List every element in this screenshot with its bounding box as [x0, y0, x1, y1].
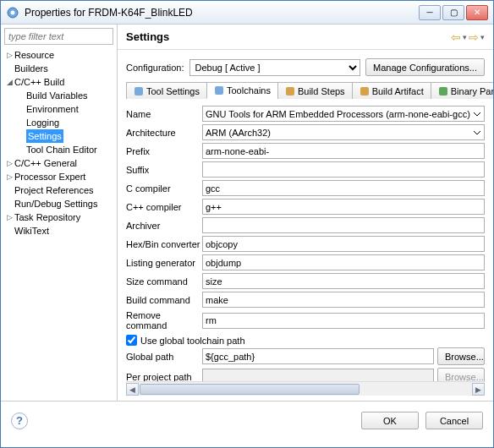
- scroll-right-icon[interactable]: ▶: [472, 383, 485, 396]
- browse-perproj-button: Browse...: [437, 368, 485, 381]
- name-label: Name: [126, 109, 202, 119]
- manage-configs-button[interactable]: Manage Configurations...: [365, 58, 485, 76]
- listing-label: Listing generator: [126, 258, 202, 268]
- titlebar: Properties for FRDM-K64F_BlinkLED ─ ▢ ✕: [1, 1, 493, 25]
- perproj-input: [202, 369, 434, 381]
- tab-label: Binary Parsers: [451, 86, 493, 96]
- tree-item[interactable]: Build Variables: [4, 89, 113, 102]
- tab-icon: [438, 86, 448, 96]
- build-input[interactable]: [202, 292, 485, 308]
- tree-item[interactable]: Tool Chain Editor: [4, 143, 113, 156]
- tree-item[interactable]: ▷C/C++ General: [4, 156, 113, 170]
- svg-rect-2: [134, 87, 143, 96]
- tree-item[interactable]: Environment: [4, 102, 113, 116]
- tab-bar: Tool SettingsToolchainsBuild StepsBuild …: [126, 81, 485, 99]
- build-label: Build command: [126, 295, 202, 305]
- svg-rect-3: [215, 86, 223, 95]
- tab-icon: [214, 85, 224, 96]
- app-icon: [6, 6, 19, 19]
- scroll-thumb[interactable]: [140, 384, 360, 395]
- ccompiler-input[interactable]: [202, 180, 485, 196]
- remove-label: Remove command: [126, 310, 202, 331]
- archiver-input[interactable]: [202, 217, 485, 233]
- arch-label: Architecture: [126, 128, 202, 138]
- cancel-button[interactable]: Cancel: [425, 412, 483, 429]
- svg-rect-5: [360, 87, 369, 96]
- size-label: Size command: [126, 276, 202, 287]
- cppcompiler-label: C++ compiler: [126, 202, 202, 212]
- cppcompiler-input[interactable]: [202, 199, 485, 215]
- hex-input[interactable]: [202, 236, 485, 252]
- tree-item[interactable]: WikiText: [4, 224, 113, 238]
- browse-global-button[interactable]: Browse...: [437, 347, 485, 365]
- prefix-input[interactable]: [202, 143, 485, 159]
- suffix-label: Suffix: [126, 165, 202, 175]
- tab-binary-parsers[interactable]: Binary Parsers: [431, 82, 493, 99]
- sidebar: ▷ResourceBuilders◢C/C++ BuildBuild Varia…: [1, 25, 118, 401]
- arch-select[interactable]: ARM (AArch32): [202, 124, 485, 140]
- tab-icon: [285, 86, 295, 96]
- nav-arrows[interactable]: ⇦ ▾ ⇨ ▾: [451, 30, 485, 44]
- tab-icon: [360, 86, 370, 96]
- listing-input[interactable]: [202, 254, 485, 270]
- global-input[interactable]: [202, 348, 434, 364]
- size-input[interactable]: [202, 273, 485, 289]
- tree-item[interactable]: ▷Resource: [4, 48, 113, 62]
- use-global-checkbox[interactable]: [126, 335, 137, 346]
- prefix-label: Prefix: [126, 146, 202, 156]
- svg-rect-6: [439, 87, 447, 96]
- help-icon[interactable]: ?: [11, 412, 28, 429]
- tab-build-steps[interactable]: Build Steps: [277, 82, 353, 99]
- tab-label: Build Steps: [298, 86, 345, 96]
- tree-item[interactable]: Builders: [4, 62, 113, 75]
- tree-item[interactable]: ▷Processor Expert: [4, 170, 113, 183]
- footer: ? OK Cancel: [1, 401, 493, 440]
- suffix-input[interactable]: [202, 161, 485, 178]
- page-title: Settings: [126, 30, 451, 43]
- tab-label: Build Artifact: [372, 86, 424, 96]
- perproj-label: Per project path: [126, 372, 202, 382]
- svg-point-1: [11, 10, 15, 14]
- close-button[interactable]: ✕: [466, 5, 488, 20]
- name-select[interactable]: GNU Tools for ARM Embedded Processors (a…: [202, 106, 485, 122]
- use-global-label: Use global toolchain path: [140, 336, 245, 346]
- minimize-button[interactable]: ─: [419, 5, 441, 20]
- svg-rect-4: [286, 87, 294, 96]
- global-label: Global path: [126, 352, 202, 362]
- config-select[interactable]: Debug [ Active ]: [189, 59, 361, 76]
- maximize-button[interactable]: ▢: [442, 5, 464, 20]
- tree-item[interactable]: Run/Debug Settings: [4, 197, 113, 210]
- tab-tool-settings[interactable]: Tool Settings: [126, 82, 207, 99]
- filter-input[interactable]: [4, 28, 113, 45]
- tab-build-artifact[interactable]: Build Artifact: [352, 82, 431, 99]
- horizontal-scrollbar[interactable]: ◀ ▶: [126, 381, 485, 396]
- forward-icon[interactable]: ⇨: [469, 30, 479, 44]
- tree-item[interactable]: Logging: [4, 116, 113, 129]
- hex-label: Hex/Bin converter: [126, 239, 202, 249]
- tree-item[interactable]: Project References: [4, 183, 113, 197]
- remove-input[interactable]: [202, 313, 485, 329]
- tab-label: Tool Settings: [146, 86, 200, 96]
- tree-item[interactable]: Settings: [4, 129, 113, 143]
- window-title: Properties for FRDM-K64F_BlinkLED: [25, 7, 419, 19]
- ccompiler-label: C compiler: [126, 183, 202, 194]
- tab-icon: [134, 86, 144, 96]
- tab-toolchains[interactable]: Toolchains: [206, 82, 278, 99]
- tab-label: Toolchains: [227, 85, 271, 96]
- ok-button[interactable]: OK: [361, 412, 419, 429]
- nav-tree: ▷ResourceBuilders◢C/C++ BuildBuild Varia…: [4, 48, 113, 238]
- config-label: Configuration:: [126, 63, 184, 73]
- archiver-label: Archiver: [126, 221, 202, 231]
- tree-item[interactable]: ▷Task Repository: [4, 210, 113, 224]
- back-icon[interactable]: ⇦: [451, 30, 461, 44]
- page-header: Settings ⇦ ▾ ⇨ ▾: [118, 25, 493, 50]
- scroll-left-icon[interactable]: ◀: [126, 383, 139, 396]
- tree-item[interactable]: ◢C/C++ Build: [4, 75, 113, 89]
- form-area: NameGNU Tools for ARM Embedded Processor…: [118, 99, 493, 381]
